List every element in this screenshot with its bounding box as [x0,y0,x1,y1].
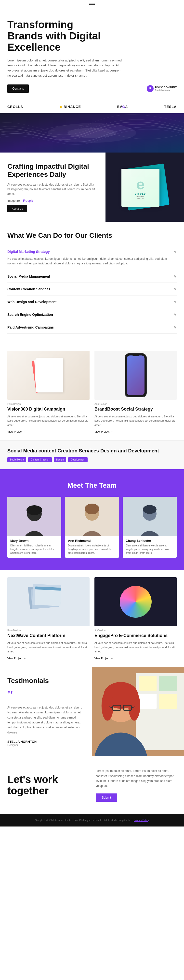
hamburger-menu[interactable] [89,3,95,6]
project-grid: Print/Design Vision360 Digital Campaign … [7,351,177,433]
projects2-section: Print/Design NextWave Content Platform A… [0,570,184,667]
team-desc-chung: Diam amet nisl libero molestie ante ut f… [126,544,174,555]
service-paid-ads: Paid Advertising Campaigns ∨ [7,321,177,334]
phone-mockup [125,353,147,397]
social-tags: Social Media Content Creation Design Dev… [7,457,177,462]
logos-bar: CROLLA ◆ BINANCE EVGA TESLA [0,100,184,113]
view-project-1[interactable]: View Project [7,430,90,433]
service-seo: Search Engine Optimization ∨ [7,308,177,321]
team-name-ann: Ann Richmond [68,539,116,542]
service-web-design-title: Web Design and Development [7,300,56,304]
cta-title: Let's work together [7,774,88,796]
service-seo-header[interactable]: Search Engine Optimization ∨ [7,312,177,317]
service-content-creation-title: Content Creation Services [7,287,50,291]
service-web-design: Web Design and Development ∨ [7,296,177,308]
project-image-2 [94,351,177,400]
svg-point-30 [128,691,140,721]
contact-button[interactable]: Contacts [7,84,29,93]
freepik-link[interactable]: Freepik [23,199,33,202]
hero-section: Transforming Brands with Digital Excelle… [0,9,184,100]
project-title-2: BrandBoost Social Strategy [94,407,177,412]
project-desc-4: At vero eos et accusam et justo duo dolo… [94,641,177,654]
svg-point-10 [85,504,99,514]
wavy-banner [0,113,184,153]
brochure-front: e BIFOLD Brochure Mockup [122,169,160,207]
service-content-creation-header[interactable]: Content Creation Services ∨ [7,287,177,291]
view-project-3[interactable]: View Project [7,657,90,660]
hero-bottom: Contacts R ROCK CONTENT Digital Agency [7,84,177,93]
service-web-design-header[interactable]: Web Design and Development ∨ [7,299,177,304]
team-desc-ann: Diam amet nisl libero molestie ante ut f… [68,544,116,555]
project2-grid: Print/Design NextWave Content Platform A… [7,577,177,660]
service-seo-title: Search Engine Optimization [7,313,53,317]
chevron-right-icon: ∨ [174,274,177,278]
project-image-3 [7,577,90,626]
svg-point-29 [102,691,114,721]
badge-name: ROCK CONTENT [155,86,177,89]
testimonials-left: Testimonials " At vero eos et accusam et… [0,667,92,756]
agency-badge: R ROCK CONTENT Digital Agency [147,85,177,92]
project-card-2: App/Design BrandBoost Social Strategy At… [94,351,177,433]
service-social-media-header[interactable]: Social Media Management ∨ [7,274,177,278]
social-tag-3: Design [54,457,66,462]
project-type-2: App/Design [94,403,177,406]
project-card-3: Print/Design NextWave Content Platform A… [7,577,90,660]
team-name-mary: Mary Brown [10,539,58,542]
service-paid-ads-header[interactable]: Paid Advertising Campaigns ∨ [7,325,177,329]
chevron-right-icon-5: ∨ [174,325,177,329]
team-card-chung: Chung Schlueter Diam amet nisl libero mo… [123,497,177,558]
cta-section: Let's work together Lorem ipsum dolor si… [0,756,184,814]
cta-description: Lorem ipsum dolor sit amet, Lorem ipsum … [96,768,177,789]
testimonial-text: At vero eos et accusam et justo duo dolo… [7,705,85,735]
crafting-description: At vero eos et accusam et justo duo dolo… [7,182,98,197]
team-title: Meet The Team [7,482,177,489]
testimonials-title: Testimonials [7,677,85,685]
view-project-2[interactable]: View Project [94,430,177,433]
project-desc-2: At vero eos et accusam et justo duo dolo… [94,414,177,428]
project-image-4 [94,577,177,626]
color-spiral [120,586,152,618]
chevron-right-icon-2: ∨ [174,287,177,291]
crafting-left: Crafting Impactful Digital Experiences D… [0,153,106,222]
badge-icon: R [147,85,154,92]
testimonials-image [92,667,184,756]
team-image-ann [65,497,119,536]
project-desc-3: At vero eos et accusam et justo duo dolo… [7,641,90,654]
social-tag-1: Social Media [7,457,26,462]
testimonials-section: Testimonials " At vero eos et accusam et… [0,667,184,756]
cta-left: Let's work together [7,774,88,796]
crafting-section: Crafting Impactful Digital Experiences D… [0,153,184,222]
services-section: What We Can Do for Our Clients Digital M… [0,222,184,344]
logo-tesla: TESLA [164,105,177,109]
project-type-1: Print/Design [7,403,90,406]
service-social-media: Social Media Management ∨ [7,270,177,283]
hero-title: Transforming Brands with Digital Excelle… [7,19,110,53]
about-button[interactable]: About Us [7,205,27,212]
quote-mark-icon: " [7,690,85,702]
social-media-section: Social Media content Creation Services D… [0,441,184,469]
submit-button[interactable]: Submit [96,794,117,802]
logo-crolla: CROLLA [7,105,23,109]
project-desc-1: At vero eos et accusam et justo duo dolo… [7,414,90,428]
view-project-4[interactable]: View Project [94,657,177,660]
brochure-mockup: e BIFOLD Brochure Mockup [118,162,172,212]
service-social-media-title: Social Media Management [7,274,50,278]
team-name-chung: Chung Schlueter [126,539,174,542]
testimonial-author: STELLA NORHTON [7,740,85,743]
team-card-ann: Ann Richmond Diam amet nisl libero moles… [65,497,119,558]
crafting-right: e BIFOLD Brochure Mockup [106,153,184,222]
cta-right: Lorem ipsum dolor sit amet, Lorem ipsum … [96,768,177,802]
project-type-3: Print/Design [7,629,90,632]
service-digital-marketing: Digital Marketing Strategy ∨ No sea taki… [7,245,177,270]
chevron-right-icon-3: ∨ [174,299,177,304]
header-bar [0,0,184,9]
social-tag-2: Content Creation [28,457,52,462]
service-digital-marketing-header[interactable]: Digital Marketing Strategy ∨ [7,250,177,254]
services-title: What We Can Do for Our Clients [7,232,177,239]
logo-evga: EVGA [117,105,128,109]
project-card-1: Print/Design Vision360 Digital Campaign … [7,351,90,433]
project-card-4: 3d/Design EngagePro E-Commerce Solutions… [94,577,177,660]
privacy-policy-link[interactable]: Privacy Policy [134,819,149,822]
image-credit: Image from Freepik [7,199,98,203]
project-title-3: NextWave Content Platform [7,633,90,638]
